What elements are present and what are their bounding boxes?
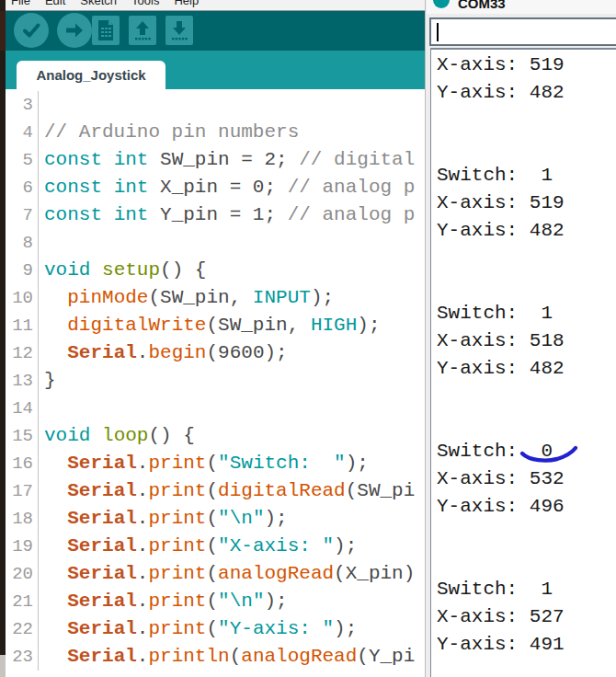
serial-line [437, 383, 616, 410]
line-number: 19 [6, 533, 39, 560]
open-sketch-button[interactable] [129, 16, 156, 45]
serial-monitor-title: COM33 [458, 0, 506, 11]
serial-monitor-window: COM33 X-axis: 519Y-axis: 482Switch: 1X-a… [425, 0, 616, 677]
serial-line: X-axis: 519 [437, 52, 616, 79]
code-text: const int SW_pin = 2; // digital [39, 146, 415, 174]
save-sketch-button[interactable] [165, 16, 193, 45]
code-line: 9void setup() { [6, 257, 425, 284]
code-line: 15void loop() { [6, 422, 425, 450]
menu-item-edit[interactable]: Edit [45, 0, 65, 7]
serial-monitor-titlebar[interactable]: COM33 [427, 0, 616, 14]
serial-line: Y-axis: 491 [437, 631, 616, 659]
line-number: 3 [6, 91, 39, 119]
serial-line: Switch: 0 [437, 438, 616, 465]
serial-line: Y-axis: 482 [437, 355, 616, 383]
line-number: 11 [6, 312, 39, 339]
code-text: const int X_pin = 0; // analog p [39, 174, 415, 201]
tab-bar: Analog_Joystick [6, 51, 425, 89]
serial-line [437, 134, 616, 162]
line-number: 17 [6, 477, 39, 505]
upload-button[interactable] [57, 13, 92, 48]
serial-line: X-axis: 532 [437, 465, 616, 493]
code-text: Serial.print("X-axis: "); [39, 533, 357, 560]
line-number: 20 [6, 560, 39, 588]
code-line: 23 Serial.println(analogRead(Y_pi [6, 643, 425, 671]
code-text: const int Y_pin = 1; // analog p [39, 201, 415, 229]
code-line: 5const int SW_pin = 2; // digital [6, 146, 425, 174]
code-line: 13} [6, 367, 425, 395]
code-editor[interactable]: 34// Arduino pin numbers5const int SW_pi… [6, 89, 425, 677]
code-text [39, 395, 44, 422]
serial-output[interactable]: X-axis: 519Y-axis: 482Switch: 1X-axis: 5… [430, 48, 616, 677]
line-number: 9 [6, 257, 39, 284]
serial-line: X-axis: 519 [437, 189, 616, 217]
menu-items: FileEditSketchToolsHelp [11, 0, 425, 7]
line-number: 6 [6, 174, 39, 201]
menu-item-tools[interactable]: Tools [131, 0, 159, 7]
serial-line: Y-axis: 482 [437, 217, 616, 245]
code-line: 4// Arduino pin numbers [6, 119, 425, 146]
serial-line: Y-axis: 482 [437, 79, 616, 107]
code-text: void loop() { [39, 422, 195, 450]
code-text: Serial.print("\n"); [39, 588, 288, 615]
menu-item-help[interactable]: Help [174, 0, 199, 7]
menu-item-file[interactable]: File [11, 0, 30, 7]
line-number: 15 [6, 422, 39, 450]
code-line: 3 [6, 91, 425, 119]
arrow-down-icon [169, 19, 189, 41]
tab-label: Analog_Joystick [36, 67, 145, 83]
code-text: void setup() { [39, 257, 206, 284]
code-text: pinMode(SW_pin, INPUT); [39, 284, 334, 312]
line-number: 22 [6, 615, 39, 643]
line-number: 8 [6, 229, 39, 257]
code-text [39, 91, 44, 119]
line-number: 4 [6, 119, 39, 146]
code-text: Serial.print("Switch: "); [39, 450, 369, 477]
code-line: 19 Serial.print("X-axis: "); [6, 533, 425, 560]
code-line: 21 Serial.print("\n"); [6, 588, 425, 615]
code-line: 11 digitalWrite(SW_pin, HIGH); [6, 312, 425, 339]
code-line: 22 Serial.print("Y-axis: "); [6, 615, 425, 643]
code-text: digitalWrite(SW_pin, HIGH); [39, 312, 381, 339]
line-number: 21 [6, 588, 39, 615]
serial-line [437, 272, 616, 300]
toolbar [6, 11, 425, 51]
serial-line: Y-axis: 496 [437, 493, 616, 521]
line-number: 7 [6, 201, 39, 229]
line-number: 10 [6, 284, 39, 312]
line-number: 12 [6, 339, 39, 367]
code-line: 10 pinMode(SW_pin, INPUT); [6, 284, 425, 312]
serial-line [437, 107, 616, 134]
line-number: 18 [6, 505, 39, 533]
code-line: 12 Serial.begin(9600); [6, 339, 425, 367]
serial-line [437, 548, 616, 576]
menu-item-sketch[interactable]: Sketch [80, 0, 117, 7]
tab-analog-joystick[interactable]: Analog_Joystick [17, 61, 165, 89]
code-text: Serial.print(analogRead(X_pin) [39, 560, 415, 588]
serial-line: Switch: 1 [437, 300, 616, 327]
code-line: 8 [6, 229, 425, 257]
code-line: 17 Serial.print(digitalRead(SW_pi [6, 477, 425, 505]
code-text: // Arduino pin numbers [39, 119, 299, 146]
serial-line [437, 410, 616, 438]
verify-button[interactable] [14, 13, 49, 48]
serial-line [437, 245, 616, 272]
arrow-up-icon [132, 19, 153, 41]
serial-send-input[interactable] [429, 17, 616, 46]
text-cursor [437, 23, 439, 41]
line-number: 13 [6, 367, 39, 395]
code-text [39, 229, 44, 257]
code-text: Serial.print(digitalRead(SW_pi [39, 477, 415, 505]
line-number: 5 [6, 146, 39, 174]
code-line: 18 Serial.print("\n"); [6, 505, 425, 533]
serial-line: Switch: 1 [437, 162, 616, 189]
code-text: Serial.begin(9600); [39, 339, 288, 367]
line-number: 23 [6, 643, 39, 671]
arrow-right-icon [63, 19, 86, 41]
code-line: 16 Serial.print("Switch: "); [6, 450, 425, 477]
new-sketch-button[interactable] [92, 16, 120, 45]
line-number: 14 [6, 395, 39, 422]
screen: FileEditSketchToolsHelp [0, 0, 616, 677]
menu-bar: FileEditSketchToolsHelp [6, 0, 425, 11]
check-icon [20, 19, 42, 41]
